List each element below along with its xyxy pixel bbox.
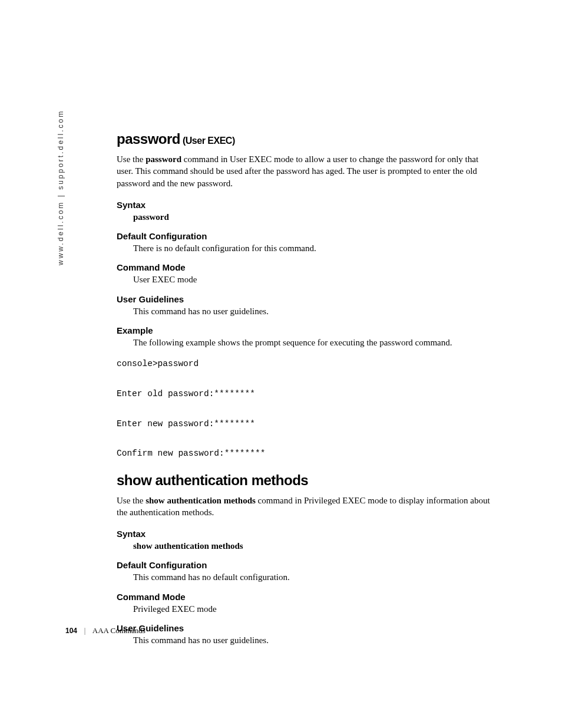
page-footer: 104 | AAA Commands [65, 626, 146, 635]
section-heading-password: password (User EXEC) [117, 131, 494, 147]
example-section: Example The following example shows the … [117, 325, 494, 348]
command-mode-heading-2: Command Mode [117, 592, 494, 602]
command-mode-heading: Command Mode [117, 262, 494, 272]
footer-separator: | [84, 627, 85, 635]
intro-pre: Use the [117, 154, 146, 164]
intro-pre-2: Use the [117, 496, 146, 505]
user-guidelines-heading: User Guidelines [117, 294, 494, 304]
footer-section-name: AAA Commands [92, 626, 146, 635]
page-content: password (User EXEC) Use the password co… [117, 131, 494, 654]
page-number: 104 [65, 627, 77, 635]
section-heading-show-auth: show authentication methods [117, 472, 494, 489]
user-guidelines-body-2: This command has no user guidelines. [133, 634, 494, 646]
sidebar-url-text: www.dell.com | support.dell.com [57, 110, 65, 265]
command-mode-body-2: Privileged EXEC mode [133, 603, 494, 615]
syntax-section-2: Syntax show authentication methods [117, 529, 494, 552]
intro-bold-2: show authentication methods [146, 496, 256, 505]
intro-bold: password [146, 154, 181, 164]
default-config-heading: Default Configuration [117, 231, 494, 241]
syntax-heading-2: Syntax [117, 529, 494, 539]
heading-sub: (User EXEC) [180, 136, 235, 146]
example-heading: Example [117, 325, 494, 335]
default-config-section-2: Default Configuration This command has n… [117, 560, 494, 583]
syntax-section: Syntax password [117, 200, 494, 223]
user-guidelines-section-2: User Guidelines This command has no user… [117, 623, 494, 646]
command-mode-section: Command Mode User EXEC mode [117, 262, 494, 285]
intro-paragraph-2: Use the show authentication methods comm… [117, 495, 494, 519]
example-body: The following example shows the prompt s… [133, 337, 494, 348]
user-guidelines-body: This command has no user guidelines. [133, 305, 494, 317]
default-config-body-2: This command has no default configuratio… [133, 571, 494, 583]
heading-main: password [117, 131, 180, 147]
command-mode-section-2: Command Mode Privileged EXEC mode [117, 592, 494, 615]
syntax-body: password [133, 211, 494, 223]
syntax-heading: Syntax [117, 200, 494, 210]
default-config-section: Default Configuration There is no defaul… [117, 231, 494, 254]
syntax-body-2: show authentication methods [133, 540, 494, 552]
user-guidelines-section: User Guidelines This command has no user… [117, 294, 494, 317]
default-config-heading-2: Default Configuration [117, 560, 494, 570]
console-output: console>password Enter old password:****… [117, 357, 494, 462]
default-config-body: There is no default configuration for th… [133, 242, 494, 254]
command-mode-body: User EXEC mode [133, 274, 494, 285]
intro-paragraph: Use the password command in User EXEC mo… [117, 153, 494, 189]
user-guidelines-heading-2: User Guidelines [117, 623, 494, 633]
